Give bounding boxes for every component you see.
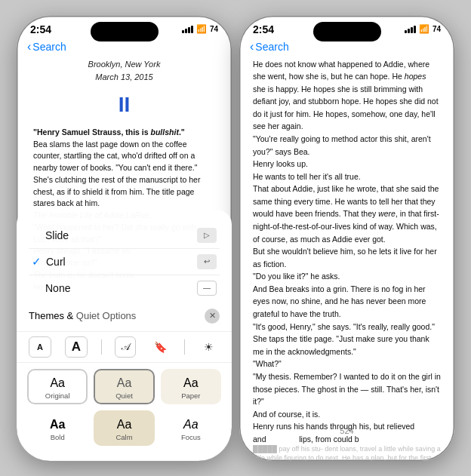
paper-name: Paper	[181, 392, 200, 400]
theme-focus[interactable]: Aa Focus	[161, 410, 221, 446]
theme-bold[interactable]: Aa Bold	[27, 410, 88, 446]
chapter-number: II	[33, 88, 215, 121]
none-icon-box: —	[197, 281, 217, 296]
status-icons-right: 📶 74	[405, 24, 441, 34]
dynamic-island-left	[91, 22, 159, 41]
calm-sample: Aa	[117, 418, 132, 431]
focus-sample: Aa	[183, 418, 199, 431]
theme-original[interactable]: Aa Original	[27, 369, 88, 404]
toolbar-separator-2	[184, 339, 185, 355]
quiet-name: Quiet	[115, 392, 133, 400]
original-name: Original	[45, 392, 70, 400]
left-phone: 2:54 📶 74 ‹ Search Brooklyn, New YorkMar…	[17, 16, 232, 461]
slide-label: Slide	[45, 229, 69, 241]
bold-name: Bold	[51, 433, 65, 441]
theme-quiet[interactable]: Aa Quiet	[94, 369, 154, 404]
toolbar-row: A A 𝒜 🔖 ☀	[17, 331, 232, 363]
slide-icon-box: ▷	[197, 228, 217, 243]
signal-icon	[182, 26, 193, 33]
status-icons-left: 📶 74	[182, 24, 218, 34]
battery-icon-right: 74	[433, 25, 441, 33]
original-sample: Aa	[50, 376, 65, 390]
close-button[interactable]: ✕	[205, 309, 220, 324]
theme-paper[interactable]: Aa Paper	[161, 369, 221, 404]
curl-check: ✓	[32, 255, 42, 269]
overlay-panel: Slide ▷ ✓ Curl ↩ None —	[17, 210, 232, 461]
right-text: He does not know what happened to Addie,…	[253, 58, 441, 461]
book-header: Brooklyn, New YorkMarch 13, 2015	[33, 58, 215, 84]
calm-name: Calm	[115, 433, 132, 441]
transition-none[interactable]: None —	[29, 275, 220, 301]
curl-label: Curl	[46, 256, 66, 268]
themes-label: Themes & Quiet Options	[29, 310, 136, 321]
dynamic-island-right	[313, 22, 381, 41]
wifi-icon-right: 📶	[419, 24, 429, 34]
transition-curl[interactable]: ✓ Curl ↩	[29, 249, 220, 275]
font-decrease-button[interactable]: A	[29, 336, 51, 358]
font-style-button[interactable]: 𝒜	[115, 336, 136, 358]
font-increase-button[interactable]: A	[65, 336, 88, 358]
themes-section: Themes & Quiet Options ✕	[17, 307, 232, 331]
toolbar-separator-1	[101, 339, 102, 355]
focus-name: Focus	[181, 433, 201, 441]
transition-options: Slide ▷ ✓ Curl ↩ None —	[17, 220, 232, 307]
none-label: None	[45, 282, 70, 294]
right-phone: 2:54 📶 74 ‹ Search He does not know what	[239, 16, 454, 461]
chevron-left-icon: ‹	[27, 40, 31, 54]
transition-slide[interactable]: Slide ▷	[29, 223, 220, 249]
back-button-right[interactable]: ‹ Search	[250, 40, 289, 54]
signal-icon-right	[405, 26, 416, 33]
time-left: 2:54	[30, 23, 51, 35]
battery-icon: 74	[210, 25, 218, 33]
time-right: 2:54	[253, 23, 274, 35]
theme-grid: Aa Original Aa Quiet Aa Paper Aa Bold Aa	[17, 363, 232, 449]
page-number: 524	[239, 422, 454, 438]
right-book-content: He does not know what happened to Addie,…	[239, 58, 454, 461]
chevron-right-icon: ‹	[250, 40, 254, 54]
back-button-left[interactable]: ‹ Search	[27, 40, 66, 54]
bookmark-button[interactable]: 🔖	[149, 336, 171, 358]
paper-sample: Aa	[183, 376, 199, 390]
wifi-icon: 📶	[196, 24, 207, 34]
quiet-sample: Aa	[117, 376, 132, 390]
curl-icon-box: ↩	[197, 254, 217, 269]
brightness-button[interactable]: ☀	[199, 336, 220, 358]
theme-calm[interactable]: Aa Calm	[94, 410, 154, 446]
bold-sample: Aa	[50, 418, 65, 431]
